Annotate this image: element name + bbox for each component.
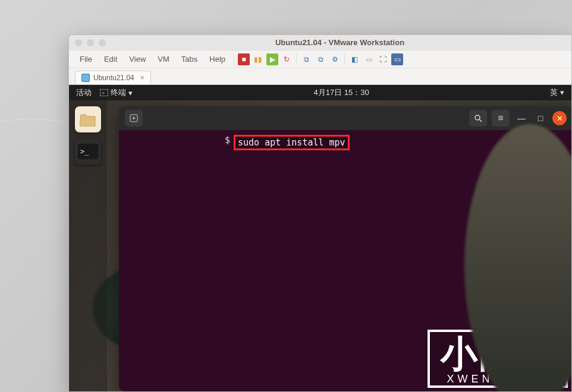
vm-tab[interactable]: Ubuntu21.04 × (75, 71, 151, 84)
command-highlight: sudo apt install mpv (234, 135, 350, 150)
gnome-top-bar: 活动 > 终端 ▾ 4月17日 15：30 英 ▾ (69, 85, 571, 100)
minimize-dot[interactable] (87, 39, 94, 46)
vm-tab-label: Ubuntu21.04 (93, 74, 134, 82)
vmware-menubar: File Edit View VM Tabs Help ■ ▮▮ ▶ ↻ ⧉ ⧉… (69, 50, 571, 68)
terminal-icon-prompt: >_ (78, 144, 98, 159)
app-menu[interactable]: > 终端 ▾ (100, 87, 133, 98)
tab-close-icon[interactable]: × (140, 74, 144, 82)
snapshot-manager-icon[interactable]: ⧉ (315, 53, 326, 65)
close-button[interactable]: ✕ (552, 111, 567, 125)
svg-line-6 (479, 119, 482, 122)
close-dot[interactable] (75, 39, 82, 46)
hamburger-menu-button[interactable]: ≡ (492, 110, 510, 127)
terminal-window: ≡ — □ ✕ $ sudo apt install mpv (119, 106, 571, 391)
fullscreen-icon[interactable]: ⛶ (377, 53, 389, 65)
separator (234, 53, 234, 65)
power-off-icon[interactable]: ■ (238, 53, 250, 65)
chevron-down-icon: ▾ (128, 88, 133, 97)
new-tab-button[interactable] (125, 110, 143, 127)
window-title: Ubuntu21.04 - VMware Workstation (114, 38, 565, 47)
menu-edit[interactable]: Edit (99, 53, 122, 65)
menu-tabs[interactable]: Tabs (177, 53, 202, 65)
separator (344, 53, 345, 65)
menu-file[interactable]: File (75, 53, 97, 65)
terminal-body[interactable]: $ sudo apt install mpv (119, 130, 571, 155)
thumbnail-icon[interactable]: ▭ (363, 53, 375, 65)
vmware-titlebar[interactable]: Ubuntu21.04 - VMware Workstation (69, 35, 571, 50)
watermark-en: XWENW.COM (441, 374, 555, 384)
minimize-button[interactable]: — (514, 111, 529, 125)
menu-view[interactable]: View (124, 53, 150, 65)
terminal-icon[interactable]: >_ (75, 138, 101, 165)
menu-vm[interactable]: VM (153, 53, 174, 65)
svg-text:>: > (102, 90, 105, 96)
activities-button[interactable]: 活动 (76, 87, 92, 98)
shell-prompt: $ (225, 135, 230, 146)
guest-os: 活动 > 终端 ▾ 4月17日 15：30 英 ▾ >_ (69, 85, 571, 391)
dock: >_ (69, 100, 107, 391)
console-icon[interactable]: ▭ (391, 53, 403, 65)
svg-point-5 (475, 115, 480, 120)
watermark-cn: 小闻网 (441, 336, 555, 372)
search-icon (474, 114, 482, 122)
desktop: >_ ≡ — □ ✕ (69, 100, 571, 391)
settings-icon[interactable]: ⚙ (329, 53, 341, 65)
snapshot-icon[interactable]: ⧉ (300, 53, 312, 65)
maximize-dot[interactable] (99, 39, 106, 46)
pause-icon[interactable]: ▮▮ (252, 53, 264, 65)
watermark: 小闻网 XWENW.COM (428, 330, 568, 388)
separator (296, 53, 297, 65)
clock[interactable]: 4月17日 15：30 (133, 87, 550, 98)
search-button[interactable] (469, 110, 487, 127)
window-traffic-lights (75, 39, 106, 46)
terminal-header[interactable]: ≡ — □ ✕ (119, 106, 571, 130)
app-menu-label: 终端 (111, 87, 126, 98)
unity-icon[interactable]: ◧ (348, 53, 360, 65)
input-method[interactable]: 英 ▾ (550, 87, 564, 98)
terminal-menu-icon: > (100, 89, 108, 96)
new-tab-icon (130, 114, 138, 122)
vm-tab-icon (81, 74, 90, 82)
vmware-tabbar: Ubuntu21.04 × (69, 68, 571, 85)
files-icon[interactable] (75, 106, 101, 132)
maximize-button[interactable]: □ (533, 111, 548, 125)
play-icon[interactable]: ▶ (266, 53, 278, 65)
restart-icon[interactable]: ↻ (281, 53, 293, 65)
menu-help[interactable]: Help (205, 53, 230, 65)
vmware-window: Ubuntu21.04 - VMware Workstation File Ed… (68, 34, 572, 392)
